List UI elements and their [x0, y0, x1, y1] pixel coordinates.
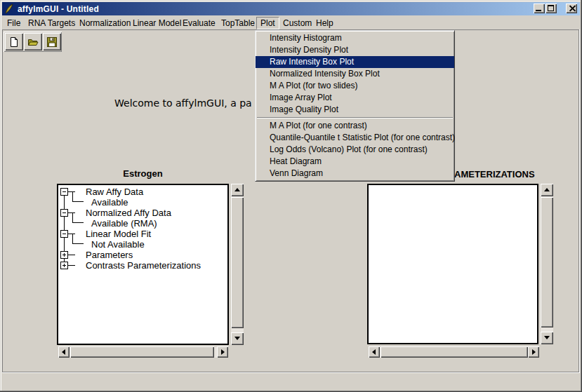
arrow-up-icon — [234, 188, 240, 191]
right-panel-title: AMETERIZATIONS — [454, 169, 535, 180]
arrow-left-icon — [62, 349, 65, 355]
tree-node-label[interactable]: Linear Model Fit — [86, 229, 151, 239]
arrow-down-icon — [234, 337, 240, 340]
tree-connector — [72, 191, 84, 202]
scrollbar-thumb[interactable] — [231, 197, 244, 328]
new-document-icon — [8, 36, 20, 48]
tree-collapse-box[interactable] — [60, 209, 68, 217]
menu-item-qq-t-statistic-plot[interactable]: Quantile-Quantile t Statistic Plot (for … — [256, 132, 454, 144]
minimize-button[interactable] — [534, 4, 545, 13]
left-horizontal-scrollbar[interactable] — [58, 346, 228, 358]
scrollbar-thumb[interactable] — [70, 346, 214, 358]
open-file-button[interactable] — [24, 33, 42, 50]
scroll-left-button[interactable] — [369, 346, 380, 358]
tree-node-label[interactable]: Normalized Affy Data — [86, 208, 171, 218]
tree-connector — [68, 255, 75, 255]
contrasts-listbox[interactable] — [367, 184, 538, 344]
welcome-message: Welcome to affylmGUI, a pa — [114, 97, 252, 109]
menu-bar: File RNA Targets Normalization Linear Mo… — [2, 15, 580, 29]
menu-item-ma-plot-one-contrast[interactable]: M A Plot (for one contrast) — [256, 120, 454, 132]
save-floppy-icon — [46, 36, 58, 48]
app-window: affylmGUI - Untitled File RNA Targets No… — [0, 0, 582, 392]
menu-item-intensity-density-plot[interactable]: Intensity Density Plot — [256, 44, 454, 56]
menu-item-image-array-plot[interactable]: Image Array Plot — [256, 92, 454, 104]
menu-custom[interactable]: Custom — [283, 18, 312, 28]
tree-child-label[interactable]: Not Available — [91, 240, 145, 250]
status-tree: Raw Affy Data Available Normalized Affy … — [58, 185, 227, 344]
arrow-right-icon — [532, 349, 536, 355]
tree-connector — [72, 212, 84, 223]
new-file-button[interactable] — [5, 33, 23, 50]
scroll-up-button[interactable] — [231, 184, 244, 196]
menu-item-log-odds-volcano-plot[interactable]: Log Odds (Volcano) Plot (for one contras… — [256, 144, 454, 156]
tree-collapse-box[interactable] — [60, 230, 68, 238]
tree-node-label[interactable]: Parameters — [86, 250, 133, 260]
menu-item-image-quality-plot[interactable]: Image Quality Plot — [256, 104, 454, 116]
arrow-left-icon — [372, 349, 376, 355]
title-bar[interactable]: affylmGUI - Untitled — [2, 2, 580, 15]
menu-item-normalized-intensity-box-plot[interactable]: Normalized Intensity Box Plot — [256, 68, 454, 80]
left-vertical-scrollbar[interactable] — [231, 184, 244, 345]
menu-file[interactable]: File — [7, 18, 20, 28]
tree-node-label[interactable]: Contrasts Parameterizations — [86, 261, 201, 271]
menu-normalization[interactable]: Normalization — [79, 18, 131, 28]
tree-child-label[interactable]: Available — [91, 198, 128, 208]
tree-expand-box[interactable] — [60, 262, 68, 269]
maximize-button[interactable] — [545, 4, 557, 13]
menu-rna-targets[interactable]: RNA Targets — [28, 18, 75, 28]
scrollbar-thumb[interactable] — [541, 197, 553, 327]
tk-feather-icon — [4, 4, 14, 14]
menu-item-raw-intensity-box-plot[interactable]: Raw Intensity Box Plot — [256, 56, 454, 68]
menu-item-venn-diagram[interactable]: Venn Diagram — [256, 168, 454, 180]
menu-help[interactable]: Help — [316, 18, 333, 28]
scroll-down-button[interactable] — [231, 332, 244, 345]
tree-expand-box[interactable] — [60, 251, 68, 259]
arrow-right-icon — [221, 349, 225, 355]
arrow-down-icon — [544, 336, 550, 339]
menu-item-ma-plot-two-slides[interactable]: M A Plot (for two slides) — [256, 80, 454, 92]
tree-connector — [72, 234, 84, 244]
scroll-right-button[interactable] — [217, 346, 228, 358]
right-vertical-scrollbar[interactable] — [541, 184, 553, 344]
plot-dropdown-menu: Intensity Histogram Intensity Density Pl… — [255, 30, 455, 182]
toolbar — [4, 32, 62, 52]
open-folder-icon — [27, 36, 39, 48]
tree-connector — [68, 265, 75, 266]
menu-linear-model[interactable]: Linear Model — [133, 18, 181, 28]
minimize-icon — [536, 10, 541, 11]
scroll-right-button[interactable] — [528, 346, 539, 358]
scroll-left-button[interactable] — [58, 346, 70, 358]
window-title: affylmGUI - Untitled — [18, 4, 99, 14]
status-tree-listbox[interactable]: Raw Affy Data Available Normalized Affy … — [57, 184, 229, 345]
scrollbar-thumb[interactable] — [381, 346, 528, 358]
left-panel-title: Estrogen — [57, 168, 229, 179]
right-horizontal-scrollbar[interactable] — [369, 346, 539, 358]
tree-child-label[interactable]: Available (RMA) — [91, 219, 157, 229]
tree-node-label[interactable]: Raw Affy Data — [86, 187, 143, 197]
tree-collapse-box[interactable] — [60, 188, 68, 196]
menu-evaluate[interactable]: Evaluate — [183, 18, 216, 28]
menu-item-intensity-histogram[interactable]: Intensity Histogram — [256, 32, 454, 44]
menu-plot[interactable]: Plot — [256, 17, 279, 29]
close-button[interactable] — [566, 4, 577, 13]
menu-toptable[interactable]: TopTable — [221, 18, 255, 28]
arrow-up-icon — [544, 188, 550, 191]
maximize-icon — [548, 5, 554, 11]
close-icon — [571, 5, 578, 12]
scroll-down-button[interactable] — [541, 332, 553, 344]
menu-separator — [257, 117, 453, 119]
save-file-button[interactable] — [43, 33, 61, 50]
menu-item-heat-diagram[interactable]: Heat Diagram — [256, 156, 454, 168]
scroll-up-button[interactable] — [541, 184, 553, 196]
